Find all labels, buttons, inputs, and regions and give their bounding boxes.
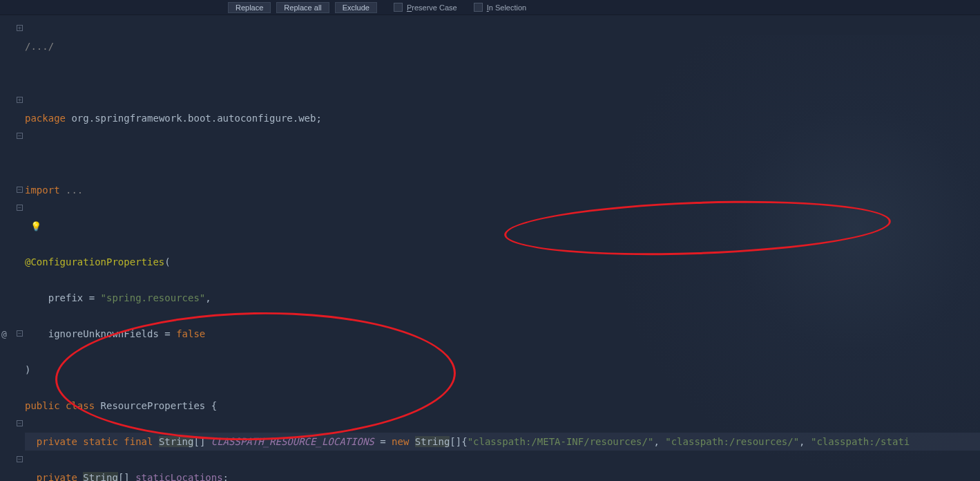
exclude-button[interactable]: Exclude [335, 2, 377, 13]
brackets: [] [193, 436, 211, 447]
string-literal: "spring.resources" [101, 292, 206, 303]
fold-icon[interactable]: − [17, 133, 23, 139]
kw-package: package [25, 113, 66, 124]
checkbox-icon [394, 3, 403, 12]
brackets: [] [118, 472, 135, 481]
op: = [374, 436, 392, 447]
brace: { [211, 400, 217, 411]
package-name: org.springframework.boot.autoconfigure.w… [66, 113, 322, 124]
fold-icon[interactable]: − [17, 456, 23, 462]
const-name: CLASSPATH_RESOURCE_LOCATIONS [211, 436, 374, 447]
string-literal: "classpath:/META-INF/resources/" [468, 436, 654, 447]
gutter: + + − − − − − − @ [0, 15, 25, 481]
class-name: ResourceProperties [101, 400, 211, 411]
fold-icon[interactable]: − [17, 420, 23, 426]
annotation-arg: prefix = [25, 292, 101, 303]
comma: , [205, 292, 211, 303]
preserve-case-checkbox[interactable]: Preserve Case [394, 3, 457, 12]
type-string: String [159, 436, 194, 447]
fold-icon[interactable]: − [17, 205, 23, 211]
find-replace-toolbar: Replace Replace all Exclude Preserve Cas… [0, 0, 980, 15]
fold-icon[interactable]: − [17, 330, 23, 337]
highlighted-line: private static final String[] CLASSPATH_… [25, 433, 980, 451]
comma: , [653, 436, 665, 447]
folded-imports[interactable]: ... [60, 185, 84, 196]
annotation-arg: ignoreUnknownFields = [25, 328, 176, 339]
paren: ) [25, 364, 30, 375]
string-literal: "classpath:/stati [811, 436, 910, 447]
kw-false: false [176, 328, 205, 339]
comma: , [799, 436, 811, 447]
replace-button[interactable]: Replace [228, 2, 271, 13]
class-decl: public class [25, 400, 101, 411]
modifiers: private [25, 472, 83, 481]
kw-new: new [392, 436, 415, 447]
replace-all-button[interactable]: Replace all [276, 2, 329, 13]
code-area[interactable]: /.../ package org.springframework.boot.a… [25, 15, 980, 481]
annotation: @ConfigurationProperties [25, 256, 164, 267]
in-selection-checkbox[interactable]: In Selection [474, 3, 527, 12]
modifiers: private static final [25, 436, 159, 447]
fold-icon[interactable]: + [17, 97, 23, 103]
fold-icon[interactable]: − [17, 187, 23, 193]
fold-icon[interactable]: + [17, 25, 23, 31]
string-literal: "classpath:/resources/" [665, 436, 799, 447]
preserve-case-label: Preserve Case [407, 3, 457, 12]
override-icon[interactable]: @ [1, 329, 7, 339]
type-string: String [415, 436, 450, 447]
code-editor[interactable]: + + − − − − − − @ 💡 /.../ package org.sp… [0, 15, 980, 481]
in-selection-label: In Selection [487, 3, 527, 12]
field-name: staticLocations [135, 472, 222, 481]
brackets: []{ [450, 436, 467, 447]
semi: ; [223, 472, 229, 481]
kw-import: import [25, 185, 60, 196]
folded-comment: /.../ [25, 41, 54, 52]
paren: ( [164, 256, 170, 267]
type-string: String [83, 472, 118, 481]
intention-bulb-icon[interactable]: 💡 [30, 221, 41, 232]
checkbox-icon [474, 3, 483, 12]
